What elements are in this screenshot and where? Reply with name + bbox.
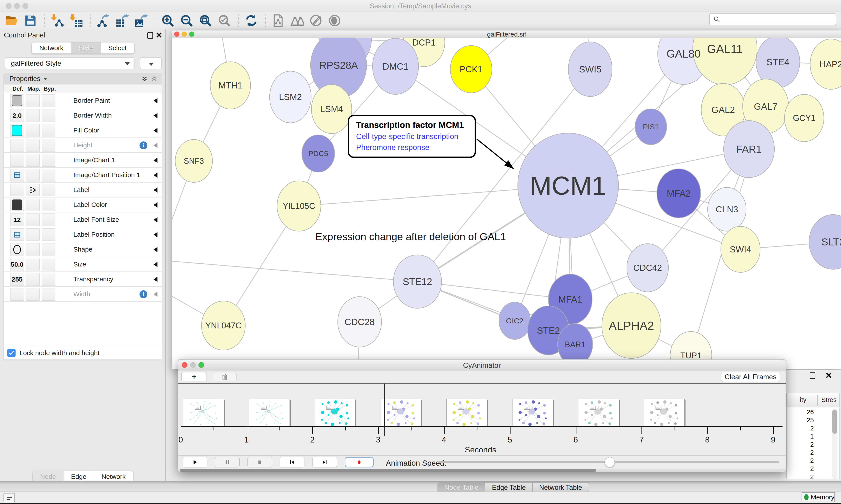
property-row-transparency[interactable]: 255Transparency [4, 272, 162, 287]
float-panel-icon[interactable] [810, 373, 816, 379]
default-cell[interactable] [10, 184, 24, 196]
property-row-image-chart-1[interactable]: Image/Chart 1 [4, 153, 162, 168]
save-session-icon[interactable] [24, 14, 37, 28]
panel-tab-edge[interactable]: Edge [64, 471, 94, 482]
default-cell[interactable] [10, 124, 24, 137]
timeline-scrollbar[interactable] [179, 469, 785, 472]
mapping-cell[interactable] [26, 124, 40, 137]
task-history-button[interactable] [3, 493, 15, 502]
default-cell[interactable]: 2.0 [10, 109, 24, 122]
default-value[interactable]: 255 [12, 276, 22, 283]
bypass-cell[interactable] [42, 109, 55, 122]
collapse-row-icon[interactable] [154, 113, 158, 118]
network-graph[interactable]: DCP1RPS28ADMC1PCK1SWI5GAL80GAL11STE4HAP2… [172, 38, 841, 369]
mapping-cell[interactable] [26, 258, 40, 271]
mapping-cell[interactable] [26, 273, 40, 286]
keyframe-thumbnail-0[interactable] [183, 399, 224, 426]
mapping-cell[interactable] [26, 109, 40, 122]
panel-tab-network[interactable]: Network [94, 471, 133, 482]
skip-start-button[interactable] [280, 457, 304, 467]
bypass-cell[interactable] [42, 184, 55, 196]
property-row-fill-color[interactable]: Fill Color [4, 123, 162, 138]
default-cell[interactable] [10, 169, 24, 181]
tab-select[interactable]: Select [101, 42, 134, 53]
close-panel-icon[interactable] [156, 32, 162, 38]
network-canvas[interactable]: DCP1RPS28ADMC1PCK1SWI5GAL80GAL11STE4HAP2… [172, 38, 841, 369]
bypass-cell[interactable] [42, 124, 55, 137]
export-table-icon[interactable] [115, 14, 129, 28]
mapping-cell[interactable] [26, 94, 40, 107]
property-row-label[interactable]: Label [4, 183, 162, 197]
bypass-cell[interactable] [42, 214, 55, 226]
default-cell[interactable] [10, 243, 24, 256]
default-cell[interactable] [10, 199, 24, 211]
collapse-row-icon[interactable] [154, 158, 158, 163]
stop-button[interactable] [248, 457, 272, 467]
property-row-label-font-size[interactable]: 12Label Font Size [4, 212, 162, 227]
animation-speed-slider[interactable] [438, 461, 779, 463]
default-swatch[interactable] [12, 95, 22, 106]
default-cell[interactable]: 12 [10, 214, 24, 226]
style-options-button[interactable] [140, 57, 162, 69]
cyanimator-titlebar[interactable]: CyAnimator [178, 360, 786, 371]
skip-end-button[interactable] [312, 457, 337, 467]
property-row-image-chart-position-1[interactable]: Image/Chart Position 1 [4, 168, 162, 183]
refresh-layout-icon[interactable] [245, 14, 258, 28]
collapse-row-icon[interactable] [154, 98, 158, 103]
pause-button[interactable] [215, 457, 239, 467]
tab-style[interactable]: Style [71, 42, 101, 53]
bypass-cell[interactable] [42, 258, 55, 271]
collapse-row-icon[interactable] [154, 247, 158, 252]
default-cell[interactable] [10, 154, 24, 167]
collapse-row-icon[interactable] [154, 262, 158, 267]
annotation-link[interactable]: Pheromone response [356, 143, 475, 152]
collapse-row-icon[interactable] [154, 187, 158, 193]
mapping-cell[interactable] [26, 288, 40, 301]
property-row-label-color[interactable]: Label Color [4, 197, 162, 212]
memory-button[interactable]: Memory [802, 492, 835, 502]
bypass-cell[interactable] [42, 228, 55, 241]
mapping-cell[interactable] [26, 243, 40, 256]
default-value[interactable]: 2.0 [13, 112, 22, 119]
lock-node-size-checkbox[interactable] [7, 349, 16, 357]
property-row-border-paint[interactable]: Border Paint [4, 93, 162, 108]
keyframe-thumbnail-5[interactable] [512, 399, 553, 426]
property-row-width[interactable]: Widthi [4, 287, 162, 302]
default-cell[interactable]: 50.0 [10, 258, 24, 271]
annotation-box[interactable]: Transcription factor MCM1 Cell-type-spec… [348, 115, 476, 158]
bypass-cell[interactable] [42, 94, 55, 107]
collapse-row-icon[interactable] [154, 292, 158, 297]
bypass-cell[interactable] [42, 139, 55, 152]
property-row-height[interactable]: Heighti [4, 138, 162, 153]
frame-timeline[interactable]: 0123456789 Seconds [178, 383, 786, 452]
table-cell[interactable]: 2 [792, 465, 814, 472]
default-value[interactable]: 50.0 [11, 261, 23, 268]
mapping-cell[interactable] [26, 228, 40, 241]
default-cell[interactable] [10, 228, 24, 241]
default-value[interactable]: 12 [13, 216, 21, 223]
bypass-cell[interactable] [42, 288, 55, 301]
property-row-label-position[interactable]: Label Position [4, 227, 162, 242]
keyframe-thumbnail-4[interactable] [446, 399, 487, 426]
binoculars-icon[interactable] [290, 14, 304, 28]
export-network-icon[interactable] [96, 14, 110, 28]
table-cell[interactable]: 26 [792, 408, 814, 416]
add-frame-button[interactable]: + [181, 372, 207, 381]
style-selector[interactable]: galFiltered Style [5, 57, 135, 69]
default-cell[interactable] [10, 94, 24, 107]
zoom-selected-icon[interactable] [217, 14, 231, 28]
default-swatch[interactable] [12, 199, 22, 211]
properties-header[interactable]: Properties [4, 73, 162, 85]
default-cell[interactable] [10, 139, 24, 152]
play-button[interactable] [183, 457, 207, 467]
table-cell[interactable]: 2 [792, 457, 814, 464]
bypass-cell[interactable] [42, 243, 55, 256]
table-cell[interactable]: 2 [792, 473, 814, 481]
import-network-icon[interactable] [51, 14, 64, 28]
open-session-icon[interactable] [5, 14, 18, 28]
table-header-row[interactable]: ity Stres [786, 393, 839, 407]
import-table-icon[interactable] [69, 14, 83, 28]
timeline-playhead[interactable] [384, 383, 385, 436]
collapse-row-icon[interactable] [154, 277, 158, 282]
table-body[interactable]: 26252122222 [786, 408, 839, 479]
